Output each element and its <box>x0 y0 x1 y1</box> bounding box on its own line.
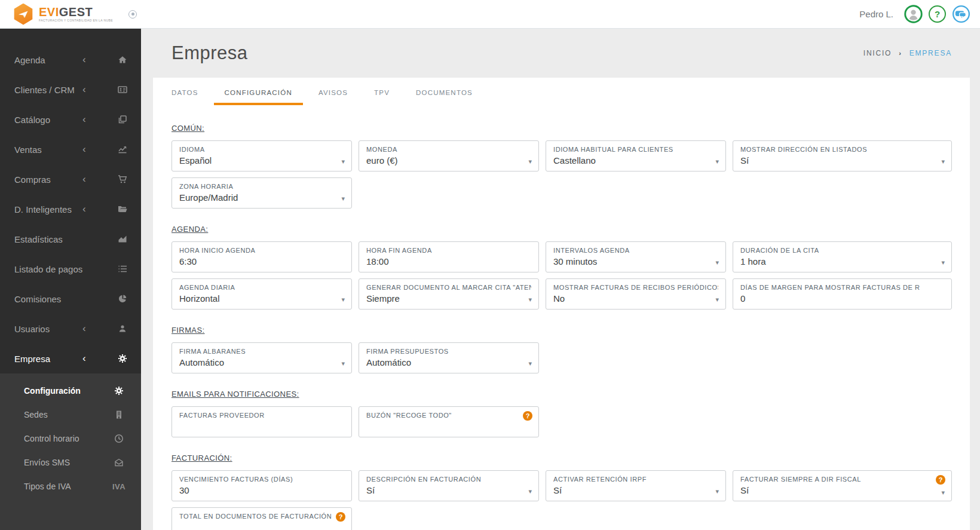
avatar[interactable] <box>904 5 923 23</box>
field-generar-documento-cita-atendida[interactable]: GENERAR DOCUMENTO AL MARCAR CITA "ATENDI… <box>359 278 539 310</box>
chevron-down-icon[interactable]: ▾ <box>528 296 532 304</box>
chevron-right-icon: › <box>899 50 902 57</box>
field-duracion-de-la-cita[interactable]: DURACIÓN DE LA CITA 1 hora ▾ <box>733 241 952 272</box>
section-title-agenda: AGENDA: <box>172 225 208 234</box>
field-idioma[interactable]: IDIOMA Español ▾ <box>172 140 352 171</box>
section-title-comun: COMÚN: <box>172 124 204 133</box>
brand-name: EVIGEST <box>39 6 113 18</box>
sidebar-item-clientes-crm[interactable]: Clientes / CRM ‹ <box>0 75 141 105</box>
sidebar-toggle-icon[interactable] <box>128 10 137 19</box>
topbar: EVIGEST FACTURACIÓN Y CONTABILIDAD EN LA… <box>0 0 980 29</box>
folder-icon <box>117 204 128 215</box>
field-idioma-habitual-para-clientes[interactable]: IDIOMA HABITUAL PARA CLIENTES Castellano… <box>546 140 726 171</box>
field-hora-fin-agenda[interactable]: HORA FIN AGENDA 18:00 <box>359 241 539 272</box>
field-dias-margen-mostrar-facturas[interactable]: DÍAS DE MARGEN PARA MOSTRAR FACTURAS DE … <box>733 278 952 310</box>
field-facturar-siempre-dir-fiscal[interactable]: FACTURAR SIEMPRE A DIR FISCAL Sí ? ▾ <box>733 470 952 501</box>
help-icon[interactable]: ? <box>929 5 946 23</box>
list-icon <box>117 264 128 274</box>
topbar-right: Pedro L. ? <box>859 5 980 23</box>
help-icon[interactable]: ? <box>936 475 945 485</box>
chevron-left-icon: ‹ <box>82 323 117 335</box>
chevron-down-icon[interactable]: ▾ <box>341 296 345 304</box>
pie-icon <box>117 293 128 304</box>
chevron-down-icon[interactable]: ▾ <box>341 195 345 203</box>
chat-icon[interactable] <box>952 5 970 23</box>
field-mostrar-direccion-en-listados[interactable]: MOSTRAR DIRECCIÓN EN LISTADOS Sí ▾ <box>733 140 952 171</box>
chevron-down-icon[interactable]: ▾ <box>341 360 345 367</box>
tab-configuracion[interactable]: CONFIGURACIÓN <box>225 89 292 96</box>
brand-logo[interactable]: EVIGEST FACTURACIÓN Y CONTABILIDAD EN LA… <box>13 4 113 25</box>
field-moneda[interactable]: MONEDA euro (€) ▾ <box>359 140 539 171</box>
main-content: Empresa INICIO › EMPRESA DATOS CONFIGURA… <box>141 29 980 530</box>
chevron-down-icon[interactable]: ▾ <box>528 488 532 495</box>
chevron-left-icon: ‹ <box>82 84 117 96</box>
section-title-emails: EMAILS PARA NOTIFICACIONES: <box>172 390 299 399</box>
content-panel: DATOS CONFIGURACIÓN AVISOS TPV DOCUMENTO… <box>153 78 970 530</box>
chevron-down-icon[interactable]: ▾ <box>715 488 719 495</box>
field-total-documentos-facturacion[interactable]: TOTAL EN DOCUMENTOS DE FACTURACIÓN ? <box>172 507 352 530</box>
field-firma-albaranes[interactable]: FIRMA ALBARANES Automático ▾ <box>172 342 352 373</box>
field-intervalos-agenda[interactable]: INTERVALOS AGENDA 30 minutos ▾ <box>546 241 726 272</box>
chevron-down-icon[interactable]: ▾ <box>715 158 719 166</box>
sidebar-item-compras[interactable]: Compras ‹ <box>0 164 141 194</box>
field-buzon-recoge-todo[interactable]: BUZÓN "RECOGE TODO" ? <box>359 406 539 437</box>
tab-datos[interactable]: DATOS <box>172 89 198 96</box>
sidebar-item-catalogo[interactable]: Catálogo ‹ <box>0 105 141 134</box>
building-icon <box>110 410 128 419</box>
sidebar-item-ventas[interactable]: Ventas ‹ <box>0 134 141 164</box>
cart-icon <box>117 174 128 185</box>
field-mostrar-facturas-recibos-periodicos[interactable]: MOSTRAR FACTURAS DE RECIBOS PERIÓDICOS N… <box>546 278 726 310</box>
sidebar-item-tipos-de-iva[interactable]: Tipos de IVA IVA <box>0 474 141 498</box>
breadcrumb: INICIO › EMPRESA <box>863 49 952 57</box>
field-hora-inicio-agenda[interactable]: HORA INICIO AGENDA 6:30 <box>172 241 352 272</box>
chevron-down-icon[interactable]: ▾ <box>528 158 532 166</box>
section-title-facturacion: FACTURACIÓN: <box>172 454 232 462</box>
section-title-firmas: FIRMAS: <box>172 326 205 335</box>
stats-icon <box>117 234 128 244</box>
clock-icon <box>110 434 128 443</box>
user-name[interactable]: Pedro L. <box>859 9 893 19</box>
chevron-down-icon[interactable]: ▾ <box>341 158 345 166</box>
field-facturas-proveedor[interactable]: FACTURAS PROVEEDOR <box>172 406 352 437</box>
sidebar-item-configuracion[interactable]: Configuración <box>0 379 141 403</box>
page-title: Empresa <box>172 42 248 64</box>
sidebar-item-estadisticas[interactable]: Estadísticas <box>0 224 141 254</box>
chevron-left-icon: ‹ <box>82 143 117 155</box>
chevron-left-icon: ‹ <box>82 173 117 185</box>
tab-documentos[interactable]: DOCUMENTOS <box>416 89 473 96</box>
user-icon <box>117 323 128 334</box>
tab-tpv[interactable]: TPV <box>374 89 390 96</box>
field-zona-horaria[interactable]: ZONA HORARIA Europe/Madrid ▾ <box>172 177 352 209</box>
chevron-down-icon[interactable]: ▾ <box>715 259 719 266</box>
chevron-left-icon: ‹ <box>82 353 117 364</box>
field-descripcion-en-facturacion[interactable]: DESCRIPCIÓN EN FACTURACIÓN Sí ▾ <box>359 470 539 501</box>
sidebar-item-d-inteligentes[interactable]: D. Inteligentes ‹ <box>0 194 141 224</box>
chevron-down-icon[interactable]: ▾ <box>941 158 945 166</box>
sidebar-item-empresa[interactable]: Empresa ‹ <box>0 344 141 373</box>
sidebar-item-envios-sms[interactable]: Envíos SMS <box>0 451 141 474</box>
catalog-icon <box>117 114 128 125</box>
sidebar-item-usuarios[interactable]: Usuarios ‹ <box>0 314 141 344</box>
sidebar-item-agenda[interactable]: Agenda ‹ <box>0 45 141 75</box>
iva-text-icon: IVA <box>110 482 128 491</box>
chevron-down-icon[interactable]: ▾ <box>528 360 532 367</box>
chevron-down-icon[interactable]: ▾ <box>941 489 945 497</box>
sidebar-item-listado-de-pagos[interactable]: Listado de pagos <box>0 254 141 284</box>
envelope-icon <box>110 458 128 467</box>
sidebar-item-control-horario[interactable]: Control horario <box>0 427 141 451</box>
sidebar-submenu-empresa: Configuración Sedes Control horario Enví… <box>0 373 141 530</box>
help-icon[interactable]: ? <box>523 411 532 421</box>
field-activar-retencion-irpf[interactable]: ACTIVAR RETENCIÓN IRPF Sí ▾ <box>546 470 726 501</box>
sidebar-item-comisiones[interactable]: Comisiones <box>0 284 141 314</box>
sidebar-item-sedes[interactable]: Sedes <box>0 403 141 427</box>
breadcrumb-current[interactable]: EMPRESA <box>909 49 952 57</box>
chevron-down-icon[interactable]: ▾ <box>941 259 945 266</box>
tabbar: DATOS CONFIGURACIÓN AVISOS TPV DOCUMENTO… <box>153 78 970 108</box>
tab-avisos[interactable]: AVISOS <box>318 89 348 96</box>
help-icon[interactable]: ? <box>336 512 345 522</box>
breadcrumb-home[interactable]: INICIO <box>863 49 892 57</box>
field-agenda-diaria[interactable]: AGENDA DIARIA Horizontal ▾ <box>172 278 352 310</box>
field-vencimiento-facturas-dias[interactable]: VENCIMIENTO FACTURAS (DÍAS) 30 <box>172 470 352 501</box>
chevron-down-icon[interactable]: ▾ <box>715 296 719 304</box>
field-firma-presupuestos[interactable]: FIRMA PRESUPUESTOS Automático ▾ <box>359 342 539 373</box>
